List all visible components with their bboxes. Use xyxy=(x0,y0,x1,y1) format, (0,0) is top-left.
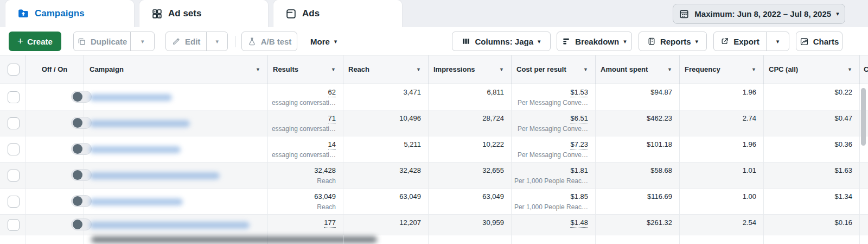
column-header-amount_spent[interactable]: Amount spent▼ xyxy=(596,55,680,84)
create-button[interactable]: + Create xyxy=(9,32,61,51)
row-checkbox[interactable] xyxy=(8,196,20,208)
cell-frequency xyxy=(680,235,764,244)
cell-cpc-value: $0.47 xyxy=(834,114,852,122)
tab-campaigns[interactable]: Campaigns xyxy=(5,0,134,27)
tab-ad-sets[interactable]: Ad sets xyxy=(139,0,268,27)
results-note: Messaging conversati… xyxy=(272,99,336,107)
cell-amount_spent-value: $58.68 xyxy=(650,166,672,174)
cell-reach: 3,471 xyxy=(343,84,429,110)
toggle-knob xyxy=(73,220,82,229)
charts-label: Charts xyxy=(813,37,839,46)
sort-caret-icon: ▼ xyxy=(583,67,588,72)
cost-per-result-note-clip: Per 1,000 People Reac… xyxy=(512,203,588,211)
row-checkbox[interactable] xyxy=(8,219,20,231)
results-number: 63,049 xyxy=(314,192,336,201)
campaign-name-blurred[interactable] xyxy=(90,146,181,153)
column-header-partial[interactable]: C xyxy=(860,55,868,84)
cell-partial xyxy=(860,189,868,214)
cell-select xyxy=(0,162,25,188)
cell-frequency: 2.54 xyxy=(680,215,764,235)
duplicate-button[interactable]: Duplicate xyxy=(74,32,130,51)
charts-button[interactable]: Charts xyxy=(796,32,843,51)
cell-off_on xyxy=(25,84,84,110)
cell-cpc: $0.22 xyxy=(764,84,860,110)
column-header-cost_per_result[interactable]: Cost per result▼ xyxy=(512,55,596,84)
reports-label: Reports xyxy=(660,37,691,46)
sort-caret-icon: ▼ xyxy=(847,67,852,72)
export-dropdown[interactable]: ▾ xyxy=(766,32,789,51)
cell-select xyxy=(0,110,25,136)
cost-per-result-number: $1.48 xyxy=(570,218,588,228)
row-checkbox[interactable] xyxy=(8,91,20,103)
cell-cpc-value: $0.16 xyxy=(834,218,852,227)
cell-amount_spent xyxy=(596,235,680,244)
cell-off_on xyxy=(25,215,84,235)
cell-cost_per_result: $1.85Per 1,000 People Reac… xyxy=(512,189,596,214)
reports-button[interactable]: Reports ▾ xyxy=(639,32,707,51)
export-label: Export xyxy=(733,37,760,46)
cell-frequency-value: 1.96 xyxy=(743,88,756,96)
results-number: 177 xyxy=(324,218,336,228)
column-header-reach[interactable]: Reach▼ xyxy=(343,55,429,84)
cell-select xyxy=(0,136,25,162)
column-header-label: Reach xyxy=(348,65,369,73)
row-checkbox[interactable] xyxy=(8,143,20,155)
column-header-cpc[interactable]: CPC (all)▼ xyxy=(764,55,860,84)
column-header-off_on[interactable]: Off / On xyxy=(25,55,84,84)
tab-ads[interactable]: Ads xyxy=(273,0,402,27)
cell-results-value: 177 xyxy=(324,218,336,227)
toggle-knob xyxy=(73,144,82,154)
select-all-checkbox[interactable] xyxy=(8,64,20,76)
date-range-button[interactable]: Maximum: Jun 8, 2022 – Jul 8, 2025 ▾ xyxy=(673,4,845,24)
cell-impressions: 10,222 xyxy=(429,136,512,162)
cell-amount_spent: $58.68 xyxy=(596,162,680,188)
sort-caret-icon: ▼ xyxy=(667,67,672,72)
cell-cost-per-result-value: $1.85 xyxy=(570,192,588,201)
cost-per-result-note-clip: Per Messaging Conve… xyxy=(512,151,588,159)
cell-reach-value: 32,428 xyxy=(399,166,421,174)
breakdown-button[interactable]: Breakdown ▾ xyxy=(557,32,632,51)
vertical-scrollbar[interactable] xyxy=(861,88,866,146)
column-header-results[interactable]: Results▼ xyxy=(268,55,343,84)
row-checkbox[interactable] xyxy=(8,117,20,129)
column-header-impressions[interactable]: Impressions▼ xyxy=(429,55,512,84)
cell-campaign xyxy=(84,162,268,188)
campaign-name-blurred[interactable] xyxy=(90,94,172,101)
campaign-name-blurred[interactable] xyxy=(90,198,183,205)
column-header-frequency[interactable]: Frequency▼ xyxy=(680,55,764,84)
more-button[interactable]: More ▾ xyxy=(310,32,337,51)
cell-cost-per-result-value: $1.48 xyxy=(570,218,588,227)
cost-per-result-note: Per Messaging Conve… xyxy=(518,125,588,133)
results-note-clip: Messaging conversati… xyxy=(272,99,336,107)
campaign-name-blurred[interactable] xyxy=(90,222,250,229)
edit-button[interactable]: Edit xyxy=(166,32,206,51)
column-header-select xyxy=(0,55,25,84)
cost-per-result-number: $1.85 xyxy=(570,192,588,201)
column-header-label: CPC (all) xyxy=(769,65,798,73)
columns-button[interactable]: Columns: Jaga ▾ xyxy=(452,32,551,51)
cell-select xyxy=(0,84,25,110)
export-button[interactable]: Export xyxy=(714,32,766,51)
reports-icon xyxy=(647,37,656,46)
cost-per-result-number: $1.81 xyxy=(570,166,588,174)
cell-frequency-value: 2.74 xyxy=(743,114,756,122)
ab-test-button[interactable]: A/B test xyxy=(241,32,297,51)
duplicate-dropdown[interactable]: ▾ xyxy=(130,32,154,51)
sort-caret-icon: ▼ xyxy=(499,67,504,72)
cell-reach-value: 5,211 xyxy=(404,140,421,148)
campaign-name-blurred[interactable] xyxy=(90,172,220,179)
cell-campaign xyxy=(84,136,268,162)
ab-test-label: A/B test xyxy=(261,37,292,46)
campaign-name-blurred[interactable] xyxy=(90,120,190,127)
column-header-campaign[interactable]: Campaign▼ xyxy=(84,55,268,84)
tab-label: Campaigns xyxy=(35,8,85,19)
row-checkbox[interactable] xyxy=(8,170,20,182)
cell-amount_spent: $261.32 xyxy=(596,215,680,235)
column-header-label: Campaign xyxy=(90,65,124,73)
cell-results: 32,428Reach xyxy=(268,162,343,188)
chevron-down-icon: ▾ xyxy=(695,39,699,45)
breakdown-icon xyxy=(562,37,571,46)
export-icon xyxy=(720,37,729,46)
edit-dropdown[interactable]: ▾ xyxy=(206,32,227,51)
results-note: Messaging conversati… xyxy=(272,125,336,133)
